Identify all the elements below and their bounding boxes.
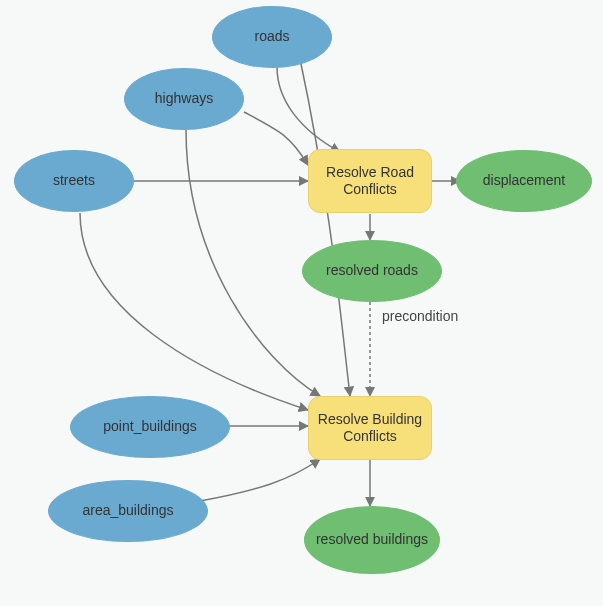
node-resolve-building-conflicts: Resolve Building Conflicts	[308, 396, 432, 460]
node-label: Resolve Road Conflicts	[315, 164, 425, 199]
node-resolved-roads: resolved roads	[302, 240, 442, 302]
node-label: roads	[254, 28, 289, 46]
edge-label-precondition: precondition	[382, 308, 458, 324]
node-label: resolved buildings	[316, 531, 428, 549]
node-label: displacement	[483, 172, 566, 190]
node-resolve-road-conflicts: Resolve Road Conflicts	[308, 149, 432, 213]
node-label: streets	[53, 172, 95, 190]
node-area-buildings: area_buildings	[48, 480, 208, 542]
node-label: Resolve Building Conflicts	[315, 411, 425, 446]
node-resolved-buildings: resolved buildings	[304, 506, 440, 574]
edge-label-text: precondition	[382, 308, 458, 324]
node-displacement: displacement	[456, 150, 592, 212]
node-highways: highways	[124, 68, 244, 130]
diagram-canvas: roads highways streets point_buildings a…	[0, 0, 603, 606]
node-label: resolved roads	[326, 262, 418, 280]
node-label: point_buildings	[103, 418, 196, 436]
node-point-buildings: point_buildings	[70, 396, 230, 458]
node-roads: roads	[212, 6, 332, 68]
node-label: highways	[155, 90, 213, 108]
node-label: area_buildings	[82, 502, 173, 520]
node-streets: streets	[14, 150, 134, 212]
